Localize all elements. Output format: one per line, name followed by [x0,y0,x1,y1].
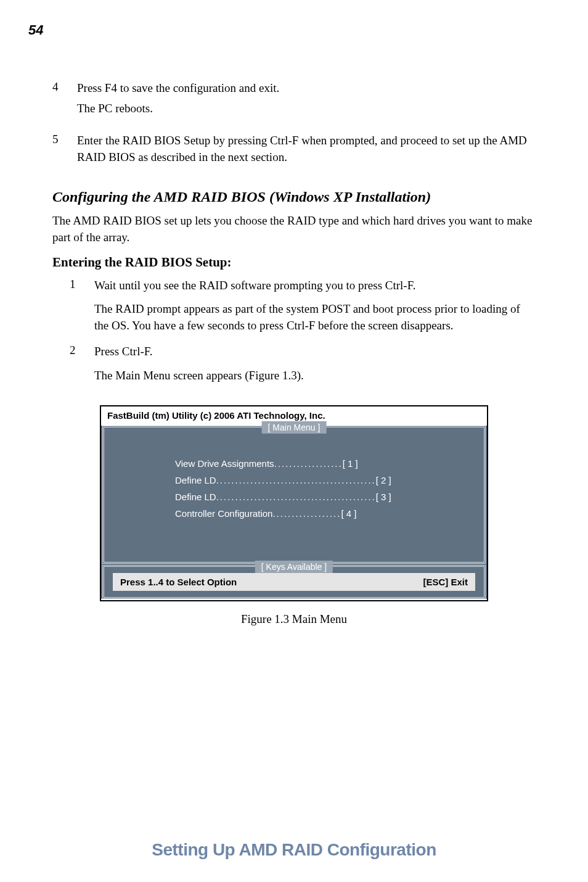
step-number: 4 [52,80,77,120]
section-heading: Configuring the AMD RAID BIOS (Windows X… [52,189,536,205]
menu-dots: ........................................… [216,492,376,502]
page-content: 4 Press F4 to save the configuration and… [0,0,588,626]
menu-item-1[interactable]: View Drive Assignments..................… [116,458,472,469]
menu-key: [ 1 ] [343,458,358,469]
menu-item-3[interactable]: Define LD...............................… [116,492,472,502]
section-para: The AMD RAID BIOS set up lets you choose… [52,213,536,245]
bios-keys-title: [ Keys Available ] [255,561,333,573]
step-line: Press F4 to save the configuration and e… [77,80,279,97]
step-line: Wait until you see the RAID software pro… [94,278,536,294]
menu-key: [ 4 ] [341,508,356,519]
bios-keys-panel: [ Keys Available ] Press 1..4 to Select … [102,565,486,599]
step-follow: The RAID prompt appears as part of the s… [94,301,536,334]
menu-dots: .................. [272,508,341,519]
step-5: 5 Enter the RAID BIOS Setup by pressing … [52,133,536,169]
step-4: 4 Press F4 to save the configuration and… [52,80,536,120]
figure-caption: Figure 1.3 Main Menu [52,612,536,626]
step-text: Press F4 to save the configuration and e… [77,80,279,120]
substep-1: 1 Wait until you see the RAID software p… [70,278,536,338]
step-number: 2 [70,344,94,387]
menu-label: View Drive Assignments [175,458,274,469]
menu-label: Define LD [175,475,216,485]
menu-key: [ 3 ] [376,492,391,502]
step-number: 5 [52,133,77,169]
keys-left: Press 1..4 to Select Option [120,577,237,587]
sub-heading: Entering the RAID BIOS Setup: [52,255,536,270]
menu-dots: ........................................… [216,475,376,485]
step-text: Enter the RAID BIOS Setup by pressing Ct… [77,133,536,169]
step-line: Press Ctrl-F. [94,344,304,360]
substep-2: 2 Press Ctrl-F. The Main Menu screen app… [70,344,536,387]
menu-item-2[interactable]: Define LD...............................… [116,475,472,485]
menu-dots: .................. [274,458,343,469]
step-text: Wait until you see the RAID software pro… [94,278,536,338]
step-text: Press Ctrl-F. The Main Menu screen appea… [94,344,304,387]
step-number: 1 [70,278,94,338]
bios-screenshot: FastBuild (tm) Utility (c) 2006 ATI Tech… [100,405,488,601]
bios-main-title: [ Main Menu ] [262,421,327,434]
footer-title: Setting Up AMD RAID Configuration [0,840,588,860]
page-number: 54 [28,22,43,38]
keys-right: [ESC] Exit [423,577,468,587]
bios-main-panel: [ Main Menu ] View Drive Assignments....… [102,426,486,564]
bios-keys-bar: Press 1..4 to Select Option [ESC] Exit [113,573,475,591]
menu-label: Controller Configuration [175,508,272,519]
bios-screen: [ Main Menu ] View Drive Assignments....… [101,426,487,599]
step-follow: The Main Menu screen appears (Figure 1.3… [94,368,304,384]
step-line: Enter the RAID BIOS Setup by pressing Ct… [77,133,536,165]
step-line: The PC reboots. [77,101,279,117]
menu-item-4[interactable]: Controller Configuration................… [116,508,472,519]
menu-key: [ 2 ] [376,475,391,485]
menu-label: Define LD [175,492,216,502]
